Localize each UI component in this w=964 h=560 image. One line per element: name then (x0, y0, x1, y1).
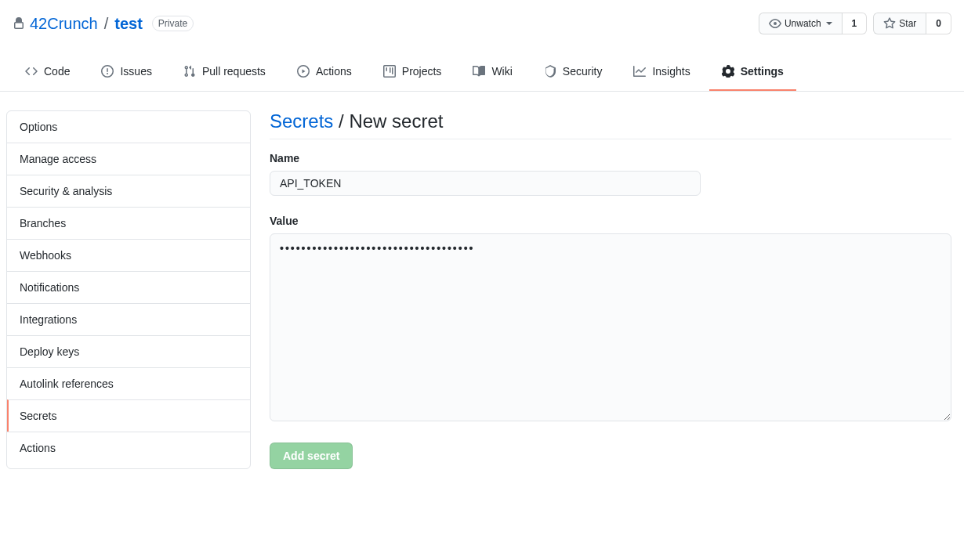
repo-actions: Unwatch 1 Star 0 (759, 13, 951, 34)
sidenav-item-deploy-keys[interactable]: Deploy keys (7, 335, 250, 367)
value-label: Value (270, 215, 951, 227)
star-count[interactable]: 0 (926, 13, 951, 34)
tab-label: Issues (120, 60, 151, 83)
issue-icon (101, 65, 114, 78)
add-secret-button[interactable]: Add secret (270, 443, 353, 469)
sidenav-item-branches[interactable]: Branches (7, 207, 250, 239)
repo-title: 42Crunch / test Private (13, 15, 194, 33)
repo-owner-link[interactable]: 42Crunch (30, 15, 98, 33)
name-label: Name (270, 152, 951, 164)
gear-icon (722, 65, 734, 78)
tab-label: Actions (316, 60, 352, 83)
sidenav-item-security-analysis[interactable]: Security & analysis (7, 175, 250, 207)
tab-code[interactable]: Code (13, 53, 82, 91)
tab-pull-requests[interactable]: Pull requests (171, 53, 278, 91)
tab-label: Pull requests (202, 60, 266, 83)
tab-label: Code (44, 60, 70, 83)
project-icon (383, 65, 396, 78)
settings-sidenav: OptionsManage accessSecurity & analysisB… (6, 110, 251, 469)
unwatch-button[interactable]: Unwatch (759, 13, 843, 34)
sidenav-item-webhooks[interactable]: Webhooks (7, 239, 250, 271)
secret-name-input[interactable] (270, 171, 701, 196)
unwatch-label: Unwatch (785, 16, 821, 31)
repo-name-link[interactable]: test (114, 15, 143, 33)
caret-down-icon (826, 22, 832, 25)
content: Secrets / New secret Name Value Add secr… (270, 110, 951, 469)
tab-security[interactable]: Security (531, 53, 615, 91)
eye-icon (769, 17, 781, 30)
sidenav-item-options[interactable]: Options (7, 111, 250, 143)
tab-issues[interactable]: Issues (89, 53, 164, 91)
pr-icon (183, 65, 196, 78)
lock-icon (13, 17, 25, 30)
shield-icon (544, 65, 556, 78)
book-icon (473, 65, 485, 78)
sidenav-item-actions[interactable]: Actions (7, 432, 250, 464)
graph-icon (633, 65, 646, 78)
tab-settings[interactable]: Settings (709, 53, 796, 91)
secret-value-textarea[interactable] (270, 233, 951, 421)
page-title: Secrets / New secret (270, 110, 951, 139)
tab-label: Insights (652, 60, 690, 83)
tab-label: Settings (741, 60, 784, 83)
repo-tabnav: CodeIssuesPull requestsActionsProjectsWi… (0, 53, 964, 92)
star-icon (883, 17, 896, 30)
star-label: Star (899, 16, 916, 31)
code-icon (25, 65, 38, 78)
sidenav-item-secrets[interactable]: Secrets (7, 399, 250, 432)
breadcrumb-parent-link[interactable]: Secrets (270, 110, 333, 132)
sidenav-item-manage-access[interactable]: Manage access (7, 143, 250, 175)
play-icon (297, 65, 310, 78)
tab-wiki[interactable]: Wiki (460, 53, 524, 91)
watch-count[interactable]: 1 (843, 13, 868, 34)
breadcrumb-current: New secret (349, 110, 443, 132)
visibility-badge: Private (152, 16, 194, 31)
sidenav-item-notifications[interactable]: Notifications (7, 271, 250, 303)
slash-separator: / (104, 15, 109, 33)
tab-projects[interactable]: Projects (371, 53, 455, 91)
sidenav-item-integrations[interactable]: Integrations (7, 303, 250, 335)
star-button[interactable]: Star (873, 13, 926, 34)
tab-insights[interactable]: Insights (621, 53, 702, 91)
tab-label: Wiki (491, 60, 512, 83)
tab-label: Projects (402, 60, 442, 83)
sidenav-item-autolink-references[interactable]: Autolink references (7, 367, 250, 399)
breadcrumb-separator: / (339, 110, 349, 132)
tab-actions[interactable]: Actions (284, 53, 364, 91)
tab-label: Security (563, 60, 603, 83)
